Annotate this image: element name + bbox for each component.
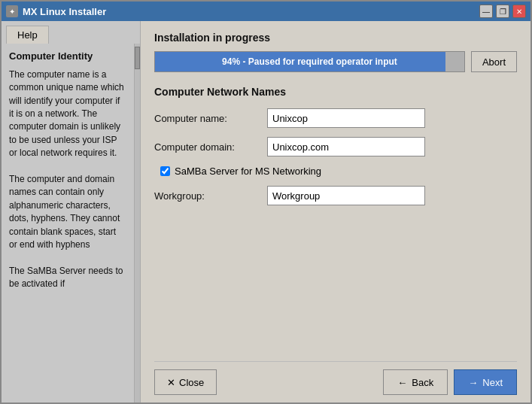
window-close-button[interactable]: ✕ xyxy=(512,5,526,18)
title-bar-controls: — ❐ ✕ xyxy=(479,5,526,18)
sidebar-wrapper: Computer Identity The computer name is a… xyxy=(2,44,140,402)
restore-button[interactable]: ❐ xyxy=(496,5,509,18)
sidebar: Help Computer Identity The computer name… xyxy=(2,21,141,402)
sidebar-section-title: Computer Identity xyxy=(9,50,126,64)
close-label: Close xyxy=(179,377,204,388)
computer-name-input[interactable] xyxy=(267,108,425,128)
sidebar-scrollbar[interactable] xyxy=(134,44,140,402)
next-button[interactable]: → Next xyxy=(454,369,517,395)
help-tab[interactable]: Help xyxy=(6,26,49,44)
sidebar-para-2: The computer and domain names can contai… xyxy=(9,173,126,251)
next-icon: → xyxy=(468,377,478,388)
bottom-right: ← Back → Next xyxy=(383,369,517,395)
bottom-left: ✕ Close xyxy=(154,369,217,395)
progress-label: 94% - Paused for required operator input xyxy=(155,56,464,67)
next-label: Next xyxy=(482,377,503,388)
computer-name-row: Computer name: xyxy=(154,108,517,128)
samba-checkbox-row: SaMBa Server for MS Networking xyxy=(160,166,517,177)
computer-domain-label: Computer domain: xyxy=(154,141,267,153)
computer-domain-input[interactable] xyxy=(267,137,425,156)
sidebar-para-1: The computer name is a common unique nam… xyxy=(9,68,126,160)
window-title: MX Linux Installer xyxy=(23,6,106,17)
app-icon: ✦ xyxy=(6,5,18,17)
back-label: Back xyxy=(412,377,433,388)
computer-domain-row: Computer domain: xyxy=(154,137,517,156)
sidebar-para-3: The SaMBa Server needs to be activated i… xyxy=(9,265,126,291)
close-button[interactable]: ✕ Close xyxy=(154,369,217,395)
workgroup-input[interactable] xyxy=(267,186,425,205)
samba-checkbox[interactable] xyxy=(160,166,170,176)
progress-row: 94% - Paused for required operator input… xyxy=(154,51,517,72)
installation-header: Installation in progress xyxy=(154,32,517,44)
bottom-bar: ✕ Close ← Back → Next xyxy=(154,361,517,395)
samba-label: SaMBa Server for MS Networking xyxy=(175,166,321,177)
back-icon: ← xyxy=(397,377,407,388)
right-panel: Installation in progress 94% - Paused fo… xyxy=(141,21,530,402)
main-window: ✦ MX Linux Installer — ❐ ✕ Help Computer… xyxy=(0,0,532,404)
network-section-title: Computer Network Names xyxy=(154,86,517,98)
title-bar-left: ✦ MX Linux Installer xyxy=(6,5,106,17)
sidebar-content: Computer Identity The computer name is a… xyxy=(2,44,134,402)
title-bar: ✦ MX Linux Installer — ❐ ✕ xyxy=(2,2,530,21)
back-button[interactable]: ← Back xyxy=(383,369,448,395)
computer-name-label: Computer name: xyxy=(154,113,267,124)
main-content: Help Computer Identity The computer name… xyxy=(2,21,530,402)
minimize-button[interactable]: — xyxy=(479,5,493,18)
workgroup-row: Workgroup: xyxy=(154,186,517,205)
workgroup-label: Workgroup: xyxy=(154,190,267,202)
scroll-thumb[interactable] xyxy=(135,47,140,69)
abort-button[interactable]: Abort xyxy=(471,51,517,72)
progress-bar-container: 94% - Paused for required operator input xyxy=(154,51,465,72)
close-icon: ✕ xyxy=(167,377,175,388)
